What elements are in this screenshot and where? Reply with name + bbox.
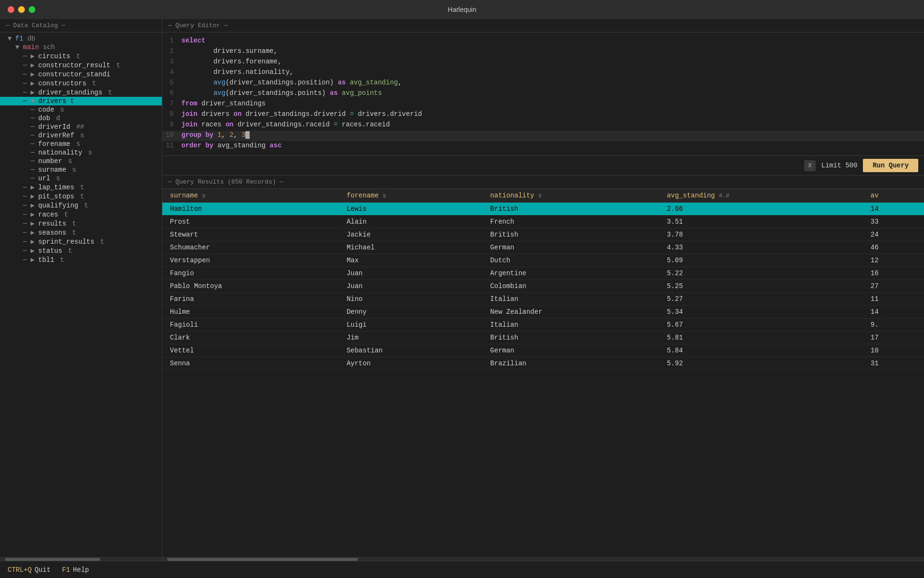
left-scrollbar[interactable] [0, 557, 162, 561]
tree-item-drivers[interactable]: ─ ▼ drivers t [0, 97, 162, 105]
cell-av: 46 [863, 241, 924, 254]
arrow-icon: ▶ [31, 70, 38, 78]
col-header-avg-standing[interactable]: avg_standing #.# [659, 189, 863, 203]
results-table-wrap[interactable]: surname s forename s nationality s avg_s… [162, 189, 924, 557]
tree-item-status[interactable]: ─ ▶ status t [0, 246, 162, 255]
table-header-row: surname s forename s nationality s avg_s… [162, 189, 924, 203]
arrow-icon: ▶ [31, 183, 38, 191]
close-button[interactable] [8, 6, 14, 13]
run-query-button[interactable]: Run Query [863, 159, 918, 172]
cell-avg_standing: 3.51 [659, 216, 863, 228]
cell-av: 16 [863, 267, 924, 280]
tree-item-number[interactable]: ─ number s [0, 157, 162, 165]
cell-nationality: Dutch [483, 254, 659, 267]
maximize-button[interactable] [29, 6, 35, 13]
cell-avg_standing: 5.09 [659, 254, 863, 267]
col-header-av[interactable]: av [863, 189, 924, 203]
cell-avg_standing: 5.84 [659, 344, 863, 357]
help-shortcut[interactable]: F1 Help [62, 566, 89, 574]
cell-av: 14 [863, 203, 924, 216]
tree-item-tbl1[interactable]: ─ ▶ tbl1 t [0, 255, 162, 264]
left-scrollbar-thumb[interactable] [5, 558, 100, 561]
tree-item-qualifying[interactable]: ─ ▶ qualifying t [0, 201, 162, 210]
tree-item-f1db[interactable]: ▼ f1 db [0, 34, 162, 43]
tree-area[interactable]: ▼ f1 db ▼ main sch ─ ▶ circuits t [0, 32, 162, 557]
tree-item-constructor-standi[interactable]: ─ ▶ constructor_standi [0, 70, 162, 79]
code-line-2: 2 drivers.surname, [162, 47, 924, 57]
table-row[interactable]: FarinaNinoItalian5.2711 [162, 293, 924, 306]
cell-nationality: Italian [483, 319, 659, 331]
table-row[interactable]: FangioJuanArgentine5.2216 [162, 267, 924, 280]
tree-item-constructor-result[interactable]: ─ ▶ constructor_result t [0, 61, 162, 70]
table-row[interactable]: VettelSebastianGerman5.8410 [162, 344, 924, 357]
table-row[interactable]: ClarkJimBritish5.8117 [162, 331, 924, 344]
tree-item-driver-standings[interactable]: ─ ▶ driver_standings t [0, 88, 162, 97]
col-header-forename[interactable]: forename s [339, 189, 483, 203]
cell-surname: Schumacher [162, 241, 339, 254]
cell-forename: Sebastian [339, 344, 483, 357]
tree-item-dob[interactable]: ─ dob d [0, 114, 162, 123]
col-header-surname[interactable]: surname s [162, 189, 339, 203]
table-row[interactable]: SchumacherMichaelGerman4.3346 [162, 241, 924, 254]
code-line-3: 3 drivers.forename, [162, 57, 924, 68]
minimize-button[interactable] [18, 6, 25, 13]
cell-surname: Clark [162, 331, 339, 344]
cell-forename: Jim [339, 331, 483, 344]
tree-item-sprint-results[interactable]: ─ ▶ sprint_results t [0, 237, 162, 246]
title-bar: Harlequin [0, 0, 924, 19]
tree-item-main-schema[interactable]: ▼ main sch [0, 43, 162, 52]
cell-forename: Ayrton [339, 357, 483, 370]
tree-item-races[interactable]: ─ ▶ races t [0, 210, 162, 219]
code-line-5: 5 avg(driver_standings.position) as avg_… [162, 78, 924, 89]
cell-nationality: Italian [483, 293, 659, 306]
table-row[interactable]: FagioliLuigiItalian5.679. [162, 319, 924, 331]
cell-forename: Lewis [339, 203, 483, 216]
results-scrollbar[interactable] [162, 557, 924, 561]
tree-item-code[interactable]: ─ code s [0, 105, 162, 114]
quit-key: CTRL+Q [8, 566, 32, 574]
tree-item-driverid[interactable]: ─ driverId ## [0, 123, 162, 131]
tree-item-constructors[interactable]: ─ ▶ constructors t [0, 79, 162, 88]
cell-forename: Michael [339, 241, 483, 254]
tree-item-seasons[interactable]: ─ ▶ seasons t [0, 228, 162, 237]
arrow-icon: ▶ [31, 192, 38, 200]
tree-item-pit-stops[interactable]: ─ ▶ pit_stops t [0, 192, 162, 201]
table-row[interactable]: SennaAyrtonBrazilian5.9231 [162, 357, 924, 370]
cell-nationality: British [483, 228, 659, 241]
cell-surname: Verstappen [162, 254, 339, 267]
f1-key: F1 [62, 566, 70, 574]
app-title: Harlequin [448, 6, 476, 13]
table-row[interactable]: HamiltonLewisBritish2.6614 [162, 203, 924, 216]
tree-item-forename[interactable]: ─ forename s [0, 140, 162, 148]
arrow-icon: ▶ [31, 247, 38, 255]
table-row[interactable]: ProstAlainFrench3.5133 [162, 216, 924, 228]
cell-surname: Stewart [162, 228, 339, 241]
table-row[interactable]: HulmeDennyNew Zealander5.3414 [162, 306, 924, 319]
tree-item-driverref[interactable]: ─ driverRef s [0, 131, 162, 140]
quit-shortcut[interactable]: CTRL+Q Quit [8, 566, 51, 574]
cell-avg_standing: 3.78 [659, 228, 863, 241]
arrow-icon: ▶ [31, 210, 38, 218]
cell-av: 14 [863, 306, 924, 319]
col-header-nationality[interactable]: nationality s [483, 189, 659, 203]
tree-item-results[interactable]: ─ ▶ results t [0, 219, 162, 228]
tree-item-lap-times[interactable]: ─ ▶ lap_times t [0, 183, 162, 192]
cell-av: 24 [863, 228, 924, 241]
cell-forename: Luigi [339, 319, 483, 331]
results-scrollbar-thumb[interactable] [167, 558, 358, 561]
table-row[interactable]: StewartJackieBritish3.7824 [162, 228, 924, 241]
table-row[interactable]: Pablo MontoyaJuanColombian5.2527 [162, 280, 924, 293]
code-area[interactable]: 1 select 2 drivers.surname, 3 drivers.fo… [162, 32, 924, 155]
window-controls[interactable] [8, 6, 35, 13]
tree-item-circuits[interactable]: ─ ▶ circuits t [0, 52, 162, 61]
cell-surname: Vettel [162, 344, 339, 357]
tree-item-nationality[interactable]: ─ nationality s [0, 148, 162, 157]
arrow-icon: ▶ [31, 237, 38, 246]
arrow-icon: ▶ [31, 88, 38, 96]
tree-item-url[interactable]: ─ url s [0, 174, 162, 183]
table-row[interactable]: VerstappenMaxDutch5.0912 [162, 254, 924, 267]
cancel-button[interactable]: X [804, 160, 816, 171]
tree-item-surname[interactable]: ─ surname s [0, 165, 162, 174]
cell-nationality: New Zealander [483, 306, 659, 319]
cell-av: 10 [863, 344, 924, 357]
